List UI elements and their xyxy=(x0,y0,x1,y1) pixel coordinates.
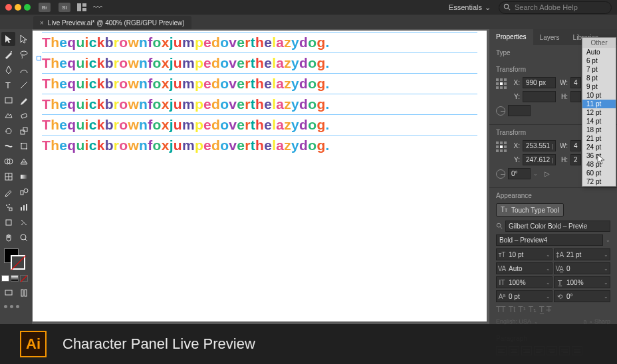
angle2-input[interactable] xyxy=(508,168,531,179)
y-input[interactable] xyxy=(523,91,556,102)
strikethrough-icon[interactable]: T̶ xyxy=(547,305,551,314)
free-transform-tool[interactable] xyxy=(17,139,31,153)
stock-button[interactable]: St xyxy=(59,3,70,12)
dropdown-option[interactable]: 18 pt xyxy=(582,126,616,134)
underline-icon[interactable]: T̲ xyxy=(539,305,544,314)
h-input[interactable] xyxy=(570,91,581,102)
stroke-swatch[interactable] xyxy=(11,255,25,270)
search-input[interactable]: Search Adobe Help xyxy=(499,1,612,14)
w-input[interactable] xyxy=(570,77,581,88)
toolbar-more-icon[interactable] xyxy=(1,305,31,308)
search-font-icon[interactable] xyxy=(496,223,503,230)
bridge-button[interactable]: Br xyxy=(39,3,51,12)
h2-input[interactable] xyxy=(570,154,581,165)
shape-builder-tool[interactable] xyxy=(1,154,15,168)
all-caps-icon[interactable]: TT xyxy=(496,305,506,314)
eraser-tool[interactable] xyxy=(17,108,31,122)
dropdown-option[interactable]: 7 pt xyxy=(582,65,616,74)
gradient-tool[interactable] xyxy=(17,169,31,183)
dropdown-option[interactable]: 11 pt xyxy=(582,100,616,108)
type-tool[interactable]: T xyxy=(1,78,15,92)
slice-tool[interactable] xyxy=(17,215,31,229)
close-icon[interactable] xyxy=(5,4,12,11)
dropdown-option[interactable]: 6 pt xyxy=(582,56,616,65)
dropdown-option[interactable]: 60 pt xyxy=(582,169,616,177)
font-size-input[interactable]: тT10 pt⌄ xyxy=(496,248,553,260)
tab-layers[interactable]: Layers xyxy=(533,29,566,45)
artboard[interactable]: The quick brown fox jumped over the lazy… xyxy=(32,30,487,322)
graph-tool[interactable] xyxy=(17,200,31,214)
dropdown-option[interactable]: 48 pt xyxy=(582,160,616,169)
text-line[interactable]: The quick brown fox jumped over the lazy… xyxy=(42,73,477,94)
dropdown-option[interactable]: 72 pt xyxy=(582,177,616,186)
dropdown-option[interactable]: 14 pt xyxy=(582,117,616,126)
scale-tool[interactable] xyxy=(17,124,31,137)
text-line[interactable]: The quick brown fox jumped over the lazy… xyxy=(42,52,477,73)
zoom-tool[interactable] xyxy=(17,230,31,244)
close-tab-icon[interactable]: × xyxy=(40,19,44,27)
lasso-tool[interactable] xyxy=(17,47,31,61)
gradient-mode-icon[interactable] xyxy=(11,275,19,282)
dropdown-option[interactable]: 36 pt xyxy=(582,151,616,160)
arrange-icon[interactable] xyxy=(77,3,86,11)
eyedropper-tool[interactable] xyxy=(1,185,15,199)
small-caps-icon[interactable]: Tt xyxy=(509,305,516,314)
tracking-input[interactable]: VA̲0⌄ xyxy=(554,262,610,274)
font-family-input[interactable]: Gilbert Color Bold – Previe xyxy=(505,221,610,232)
dropdown-option[interactable]: 24 pt xyxy=(582,143,616,151)
symbol-sprayer-tool[interactable] xyxy=(1,200,15,214)
minimize-icon[interactable] xyxy=(15,4,21,11)
artboard-tool[interactable] xyxy=(1,215,15,229)
leading-dropdown[interactable]: Other Auto6 pt7 pt8 pt9 pt10 pt11 pt12 p… xyxy=(582,37,616,187)
tab-properties[interactable]: Properties xyxy=(489,29,533,45)
text-line[interactable]: The quick brown fox jumped over the lazy… xyxy=(42,32,477,52)
font-style-input[interactable]: Bold – Preview4 xyxy=(496,234,603,246)
width-tool[interactable] xyxy=(1,139,15,153)
perspective-tool[interactable] xyxy=(17,154,31,168)
canvas[interactable]: The quick brown fox jumped over the lazy… xyxy=(32,29,489,324)
reference-point-icon[interactable] xyxy=(496,141,508,153)
dropdown-option[interactable]: Auto xyxy=(582,48,616,56)
screen-mode-icon[interactable] xyxy=(1,286,15,300)
blend-tool[interactable] xyxy=(17,185,31,199)
curvature-tool[interactable] xyxy=(17,62,31,76)
color-mode-icon[interactable] xyxy=(1,275,9,282)
pen-tool[interactable] xyxy=(1,62,15,76)
hand-tool[interactable] xyxy=(1,230,15,244)
magic-wand-tool[interactable] xyxy=(1,47,15,61)
rotation-input[interactable]: ⟲0°⌄ xyxy=(554,290,610,302)
dropdown-option[interactable]: 21 pt xyxy=(582,134,616,143)
text-line[interactable]: The quick brown fox jumped over the lazy… xyxy=(42,114,477,135)
edit-toolbar-icon[interactable] xyxy=(17,286,31,300)
gpu-icon[interactable]: 〰 xyxy=(93,2,102,13)
color-swatches[interactable] xyxy=(1,248,31,272)
document-tab[interactable]: × Live Preview.ai* @ 400% (RGB/GPU Previ… xyxy=(33,16,191,29)
paintbrush-tool[interactable] xyxy=(17,93,31,107)
shaper-tool[interactable] xyxy=(1,108,15,122)
mesh-tool[interactable] xyxy=(1,169,15,183)
dropdown-option[interactable]: 9 pt xyxy=(582,82,616,91)
y2-input[interactable] xyxy=(523,154,556,165)
dropdown-option[interactable]: 8 pt xyxy=(582,74,616,82)
touch-type-button[interactable]: TT Touch Type Tool xyxy=(496,203,564,217)
rectangle-tool[interactable] xyxy=(1,93,15,107)
x2-input[interactable] xyxy=(523,140,556,151)
maximize-icon[interactable] xyxy=(24,4,31,11)
hscale-input[interactable]: T̲100%⌄ xyxy=(554,276,610,288)
line-tool[interactable] xyxy=(17,78,31,92)
w2-input[interactable] xyxy=(570,140,581,151)
selection-tool[interactable] xyxy=(1,32,15,46)
dropdown-option[interactable]: 12 pt xyxy=(582,108,616,117)
none-mode-icon[interactable] xyxy=(20,275,28,282)
direct-selection-tool[interactable] xyxy=(17,32,31,46)
leading-input[interactable]: ‡A21 pt⌄ xyxy=(554,248,610,260)
reference-point-icon[interactable] xyxy=(496,78,508,90)
workspace-switcher[interactable]: Essentials ⌄ xyxy=(443,2,496,13)
rotate-tool[interactable] xyxy=(1,124,15,137)
baseline-input[interactable]: Aª0 pt⌄ xyxy=(496,290,553,302)
text-line[interactable]: The quick brown fox jumped over the lazy… xyxy=(42,94,477,114)
superscript-icon[interactable]: T¹ xyxy=(518,305,525,314)
draw-mode-icons[interactable] xyxy=(1,275,31,282)
subscript-icon[interactable]: T₁ xyxy=(529,305,537,314)
dropdown-option[interactable]: 10 pt xyxy=(582,91,616,100)
